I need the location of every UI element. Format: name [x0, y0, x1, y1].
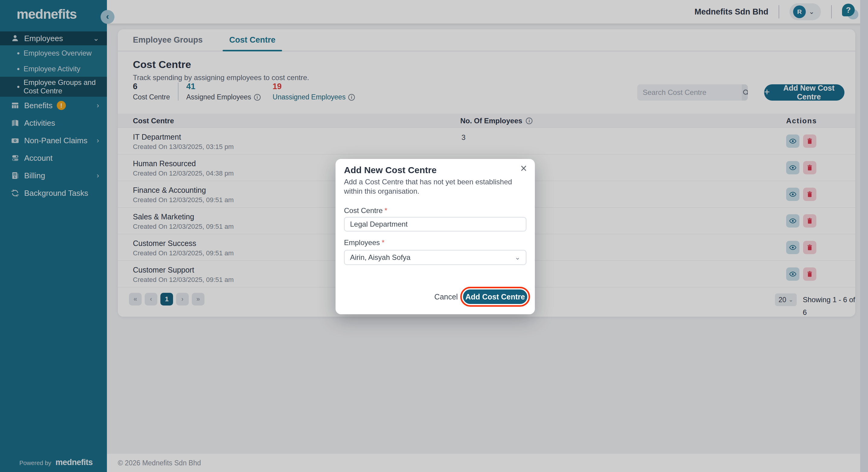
add-cost-centre-submit-button[interactable]: Add Cost Centre: [463, 290, 527, 304]
employees-select-value: Airin, Aisyah Sofya: [350, 253, 410, 262]
add-cost-centre-modal: Add New Cost Centre × Add a Cost Centre …: [336, 159, 535, 314]
modal-title: Add New Cost Centre: [344, 165, 437, 175]
close-icon[interactable]: ×: [520, 163, 527, 174]
employees-select[interactable]: Airin, Aisyah Sofya ⌄: [344, 250, 526, 265]
cost-centre-input[interactable]: [344, 217, 526, 232]
cancel-button[interactable]: Cancel: [433, 290, 460, 304]
modal-description: Add a Cost Centre that has not yet been …: [344, 177, 519, 196]
required-marker: *: [382, 238, 384, 246]
cost-centre-field-label: Cost Centre: [344, 206, 383, 214]
chevron-down-icon: ⌄: [515, 254, 520, 261]
employees-field-label: Employees: [344, 238, 380, 246]
required-marker: *: [384, 206, 387, 214]
